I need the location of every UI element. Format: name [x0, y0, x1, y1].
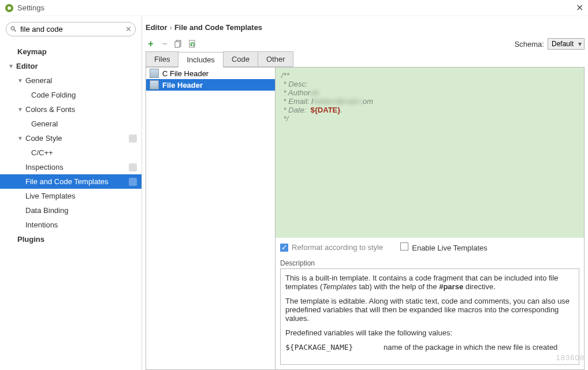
file-icon	[150, 69, 159, 78]
reformat-checkbox[interactable]: ✓Reformat according to style	[280, 243, 383, 252]
checkbox-unchecked-icon	[400, 242, 408, 251]
svg-rect-2	[129, 134, 137, 143]
tree-intentions[interactable]: Intentions	[0, 218, 142, 232]
tree-file-and-code-templates[interactable]: File and Code Templates	[0, 174, 142, 189]
template-list: C File Header File Header	[146, 68, 276, 370]
project-badge-icon	[129, 178, 137, 186]
tree-data-binding[interactable]: Data Binding	[0, 203, 142, 218]
close-icon[interactable]: ✕	[576, 2, 583, 13]
file-icon	[150, 80, 159, 89]
svg-rect-6	[175, 42, 180, 47]
chevron-down-icon: ▼	[17, 77, 24, 84]
clear-search-icon[interactable]: ✕	[125, 25, 132, 33]
tab-other[interactable]: Other	[258, 51, 294, 67]
tree-editor[interactable]: ▼Editor	[0, 59, 142, 73]
search-box[interactable]: 🔍︎ ✕	[6, 22, 136, 36]
schema-select[interactable]: Default	[548, 38, 585, 50]
svg-rect-3	[129, 163, 137, 171]
tab-files[interactable]: Files	[146, 51, 178, 67]
search-input[interactable]	[6, 22, 136, 36]
template-editor[interactable]: /** * Desc: * Authorott * Email: lhidden…	[276, 68, 584, 238]
tree-plugins[interactable]: Plugins	[0, 232, 142, 246]
schema-label: Schema:	[515, 40, 544, 48]
svg-rect-4	[129, 178, 137, 186]
copy-icon[interactable]	[173, 40, 184, 48]
add-icon[interactable]: +	[146, 39, 156, 49]
description-label: Description	[276, 257, 584, 268]
chevron-right-icon: ›	[170, 23, 172, 32]
settings-tree: Keymap ▼Editor ▼General Code Folding ▼Co…	[0, 42, 142, 370]
reset-icon[interactable]	[187, 40, 198, 48]
search-icon: 🔍︎	[10, 25, 17, 33]
project-badge-icon	[129, 163, 137, 171]
chevron-down-icon: ▼	[17, 135, 24, 141]
tree-live-templates[interactable]: Live Templates	[0, 189, 142, 203]
checkbox-checked-icon: ✓	[280, 244, 288, 252]
svg-point-1	[8, 6, 11, 10]
tab-code[interactable]: Code	[223, 51, 258, 67]
template-item[interactable]: C File Header	[146, 68, 275, 79]
window-title: Settings	[17, 3, 576, 12]
chevron-down-icon: ▼	[8, 63, 15, 69]
tree-code-folding[interactable]: Code Folding	[0, 88, 142, 102]
tree-c-cpp[interactable]: C/C++	[0, 145, 142, 160]
tree-keymap[interactable]: Keymap	[0, 44, 142, 59]
breadcrumb: Editor›File and Code Templates	[142, 16, 588, 36]
app-logo-icon	[5, 3, 14, 13]
tree-inspections[interactable]: Inspections	[0, 160, 142, 174]
tab-bar: Files Includes Code Other	[146, 51, 585, 68]
tree-code-style[interactable]: ▼Code Style	[0, 131, 142, 145]
description-box: This is a built-in template. It contains…	[280, 268, 579, 365]
remove-icon: −	[159, 39, 170, 49]
tree-general[interactable]: ▼General	[0, 73, 142, 88]
enable-live-templates-checkbox[interactable]: Enable Live Templates	[400, 242, 487, 252]
tab-includes[interactable]: Includes	[178, 52, 223, 68]
project-badge-icon	[129, 134, 137, 143]
tree-cf-general[interactable]: General	[0, 117, 142, 131]
watermark: 183608	[556, 353, 585, 362]
template-item[interactable]: File Header	[146, 79, 275, 91]
chevron-down-icon: ▼	[17, 106, 24, 113]
tree-colors-fonts[interactable]: ▼Colors & Fonts	[0, 102, 142, 117]
